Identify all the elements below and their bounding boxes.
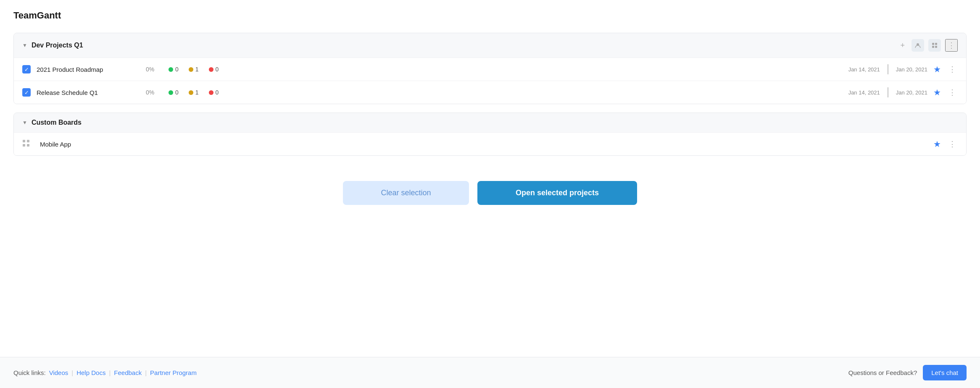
footer-question-text: Questions or Feedback? (848, 369, 917, 376)
footer-link-helpdocs[interactable]: Help Docs (76, 369, 105, 376)
project-stats: 0% 0 1 0 (146, 66, 848, 73)
add-project-button[interactable]: + (898, 39, 907, 52)
svg-rect-3 (932, 46, 934, 48)
app-title: TeamGantt (13, 10, 967, 21)
svg-rect-6 (23, 144, 25, 147)
action-row: Clear selection Open selected projects (13, 164, 967, 218)
chevron-down-icon[interactable]: ▼ (22, 120, 27, 126)
project-name[interactable]: Mobile App (40, 141, 132, 148)
date-start: Jan 14, 2021 (848, 66, 880, 73)
green-dot-icon (169, 90, 173, 95)
green-dot-icon (169, 67, 173, 72)
project-menu-button[interactable]: ⋮ (947, 64, 958, 75)
svg-rect-1 (932, 43, 934, 45)
project-row-right: ★ ⋮ (933, 139, 958, 149)
svg-rect-7 (27, 140, 29, 142)
footer: Quick links: Videos | Help Docs | Feedba… (0, 357, 980, 388)
stat-red: 0 (209, 89, 219, 96)
project-pct: 0% (146, 66, 158, 73)
project-row: ✓ 2021 Product Roadmap 0% 0 1 0 J (14, 58, 966, 81)
date-end: Jan 20, 2021 (896, 66, 927, 73)
date-start: Jan 14, 2021 (848, 89, 880, 96)
footer-link-videos[interactable]: Videos (49, 369, 68, 376)
project-row: Mobile App ★ ⋮ (14, 132, 966, 155)
star-icon[interactable]: ★ (933, 87, 941, 97)
gantt-divider (888, 64, 888, 74)
svg-rect-5 (23, 140, 25, 142)
group-title-dev: Dev Projects Q1 (32, 42, 83, 49)
group-title-boards: Custom Boards (32, 119, 82, 126)
chevron-down-icon[interactable]: ▼ (22, 42, 27, 48)
board-icon (22, 139, 30, 149)
stat-yellow: 1 (189, 66, 199, 73)
group-expand-icon[interactable] (928, 39, 941, 52)
footer-sep: | (145, 369, 147, 376)
clear-selection-button[interactable]: Clear selection (343, 181, 469, 205)
yellow-dot-icon (189, 67, 193, 72)
project-menu-button[interactable]: ⋮ (947, 139, 958, 149)
footer-sep: | (71, 369, 73, 376)
group-custom-boards: ▼ Custom Boards Mobile App ★ ⋮ (13, 113, 967, 156)
footer-link-partner[interactable]: Partner Program (150, 369, 197, 376)
open-selected-projects-button[interactable]: Open selected projects (477, 181, 637, 205)
project-row-right: Jan 14, 2021 Jan 20, 2021 ★ ⋮ (848, 64, 958, 75)
footer-sep: | (109, 369, 111, 376)
stat-red: 0 (209, 66, 219, 73)
svg-rect-8 (27, 144, 29, 147)
date-end: Jan 20, 2021 (896, 89, 927, 96)
star-icon[interactable]: ★ (933, 64, 941, 74)
project-row: ✓ Release Schedule Q1 0% 0 1 0 Ja (14, 81, 966, 104)
group-header-boards: ▼ Custom Boards (14, 113, 966, 132)
project-name[interactable]: 2021 Product Roadmap (37, 66, 129, 73)
group-menu-button[interactable]: ⋮ (945, 39, 958, 52)
project-checkbox-product-roadmap[interactable]: ✓ (22, 65, 31, 73)
project-row-right: Jan 14, 2021 Jan 20, 2021 ★ ⋮ (848, 87, 958, 98)
group-header-dev: ▼ Dev Projects Q1 + (14, 33, 966, 58)
project-name[interactable]: Release Schedule Q1 (37, 89, 129, 96)
footer-link-feedback[interactable]: Feedback (114, 369, 142, 376)
group-avatar-icon[interactable] (912, 39, 924, 52)
star-icon[interactable]: ★ (933, 139, 941, 149)
stat-green: 0 (169, 66, 179, 73)
yellow-dot-icon (189, 90, 193, 95)
footer-right: Questions or Feedback? Let's chat (848, 365, 967, 380)
red-dot-icon (209, 67, 213, 72)
footer-quick-links: Quick links: Videos | Help Docs | Feedba… (13, 369, 197, 376)
project-pct: 0% (146, 89, 158, 96)
svg-rect-2 (935, 43, 937, 45)
gantt-divider (888, 87, 888, 97)
project-stats: 0% 0 1 0 (146, 89, 848, 96)
group-dev-projects-q1: ▼ Dev Projects Q1 + (13, 33, 967, 104)
project-menu-button[interactable]: ⋮ (947, 87, 958, 98)
stat-green: 0 (169, 89, 179, 96)
lets-chat-button[interactable]: Let's chat (923, 365, 967, 380)
svg-rect-4 (935, 46, 937, 48)
quick-links-label: Quick links: (13, 369, 46, 376)
project-checkbox-release-schedule[interactable]: ✓ (22, 88, 31, 97)
stat-yellow: 1 (189, 89, 199, 96)
red-dot-icon (209, 90, 213, 95)
